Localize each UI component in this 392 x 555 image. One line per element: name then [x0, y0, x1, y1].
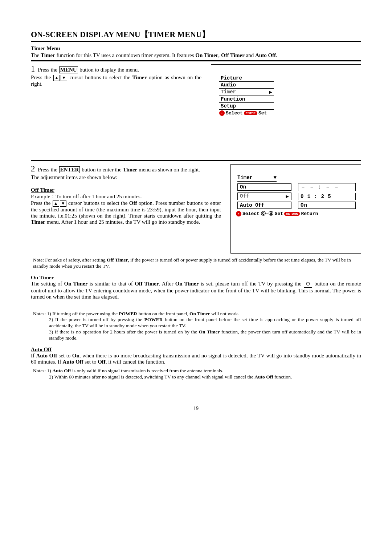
section-title: Timer Menu — [31, 45, 361, 52]
t: 2) Within 60 minutes after no signal is … — [49, 374, 254, 380]
intro-rule — [31, 60, 361, 61]
t: The — [31, 52, 41, 58]
timer-row-on[interactable]: On — [237, 183, 291, 191]
t: button on the front panel, — [137, 311, 189, 316]
t: function for this TV uses a countdown ti… — [55, 52, 195, 58]
t: POWER — [144, 317, 163, 322]
t: is similar to that of — [87, 281, 135, 287]
digits-icon: ⓪–⑨ — [261, 210, 273, 217]
menu-item-picture[interactable]: Picture — [219, 75, 274, 82]
t: is set, please turn off the TV by pressi… — [199, 281, 303, 287]
step2-text: 2 Press the ENTER button to enter the Ti… — [31, 164, 228, 225]
t: On Timer — [64, 281, 88, 287]
t: Press the — [31, 74, 53, 80]
t: Auto Off — [255, 52, 276, 58]
t: Press the — [31, 200, 52, 206]
t: 2) If the power is turned off by pressin… — [49, 317, 144, 322]
osd-footer: ✦ Select ENTER Set — [219, 110, 274, 116]
timer-value-off[interactable]: 0 1 : 2 5 — [298, 193, 356, 200]
t: and — [245, 52, 255, 58]
t: Select — [242, 211, 260, 216]
timer-value-on[interactable]: － － : － － — [298, 183, 356, 191]
menu-item-audio[interactable]: Audio — [219, 82, 274, 89]
on-timer-notes: Notes: 1) If turning off the power using… — [33, 311, 361, 341]
t: Return — [301, 211, 318, 216]
menu-key: MENU — [59, 66, 78, 73]
t: 3) If there is no operation for 2 hours … — [49, 329, 199, 335]
t: On Timer — [189, 311, 210, 316]
t: Timer — [31, 219, 45, 225]
t: Press the — [38, 167, 59, 173]
t: Timer — [41, 52, 55, 58]
menu-item-function[interactable]: Function — [219, 96, 274, 103]
return-pill-icon: RETURN — [284, 212, 300, 216]
t: Off Timer — [135, 281, 159, 287]
t: cursor buttons to select the — [67, 200, 129, 206]
label: Off — [240, 193, 249, 199]
up-arrow-key: ▲ — [53, 200, 59, 207]
label: On — [240, 184, 246, 190]
footer-set: Set — [258, 110, 267, 116]
t: If — [31, 353, 36, 358]
t: Auto Off — [63, 359, 83, 365]
menu-item-timer[interactable]: Timer▶ — [219, 89, 274, 96]
t: is only valid if no signal transmission … — [71, 368, 223, 373]
down-arrow-key: ▼ — [61, 75, 67, 81]
step-number-2: 2 — [31, 164, 35, 173]
up-arrow-key: ▲ — [53, 75, 60, 81]
down-arrow-icon: ▼ — [274, 175, 277, 181]
off-timer-heading: Off Timer — [31, 187, 54, 193]
osd-timer-menu: Timer ▼ On － － : － － Off▶ 0 1 : 2 5 Auto… — [230, 164, 361, 254]
off-timer-note: Note: For sake of safety, after setting … — [33, 257, 361, 270]
t: POWER — [119, 311, 137, 316]
intro-text: The Timer function for this TV uses a co… — [31, 52, 361, 58]
t: Off Timer — [221, 52, 245, 58]
down-arrow-key: ▼ — [60, 200, 66, 207]
t: button to enter the — [80, 167, 123, 173]
menu-label: Setup — [221, 103, 236, 109]
t: Set — [275, 211, 283, 216]
nav-ball-icon: ✦ — [236, 211, 241, 216]
timer-footer: ✦ Select ⓪–⑨ Set RETURN Return — [236, 210, 356, 217]
t: cursor buttons to select the — [68, 74, 132, 80]
t: Auto Off — [254, 374, 273, 380]
t: Timer — [132, 74, 147, 80]
t: The setting of — [31, 281, 64, 287]
right-arrow-icon: ▶ — [269, 89, 272, 95]
power-key-icon — [304, 281, 312, 288]
enter-pill-icon: ENTER — [244, 111, 257, 115]
t: On Timer — [199, 329, 220, 335]
value: － － : － － — [301, 184, 339, 190]
t: Notes: 1) — [33, 368, 52, 373]
t: Auto Off — [36, 353, 57, 358]
t: menu. After 1 hour and 25 minutes, the T… — [45, 219, 200, 225]
on-timer-heading: On Timer — [31, 275, 54, 280]
menu-item-setup[interactable]: Setup — [219, 103, 274, 110]
step-number-1: 1 — [31, 64, 35, 73]
t: . — [276, 52, 277, 58]
t: Note: For sake of safety, after setting — [33, 257, 107, 263]
menu-label: Function — [221, 96, 245, 102]
nav-ball-icon: ✦ — [219, 110, 225, 116]
t: Timer — [237, 175, 253, 181]
timer-menu-title: Timer ▼ — [237, 175, 277, 182]
timer-row-off[interactable]: Off▶ — [237, 193, 291, 200]
t: Press the — [38, 67, 59, 73]
t: Auto Off — [52, 368, 71, 373]
t: Off — [98, 359, 106, 365]
footer-select: Select — [226, 110, 243, 116]
t: Timer — [123, 167, 138, 173]
step1-text: 1 Press the MENU button to display the m… — [31, 64, 209, 87]
timer-row-autooff[interactable]: Auto Off — [237, 202, 291, 209]
t: set to — [83, 359, 98, 365]
t: will not work. — [210, 311, 239, 316]
timer-value-autooff[interactable]: On — [298, 202, 356, 209]
t: , it will cancel the function. — [106, 359, 166, 365]
osd-main-menu: Picture Audio Timer▶ Function Setup ✦ Se… — [211, 64, 361, 156]
t: set to — [57, 353, 72, 358]
t: Notes: 1) If turning off the power using… — [33, 311, 119, 316]
t: On Timer — [175, 281, 199, 287]
auto-off-paragraph: If Auto Off set to On, when there is no … — [31, 353, 361, 365]
t: On Timer — [195, 52, 218, 58]
on-timer-paragraph: The setting of On Timer is similar to th… — [31, 281, 361, 300]
